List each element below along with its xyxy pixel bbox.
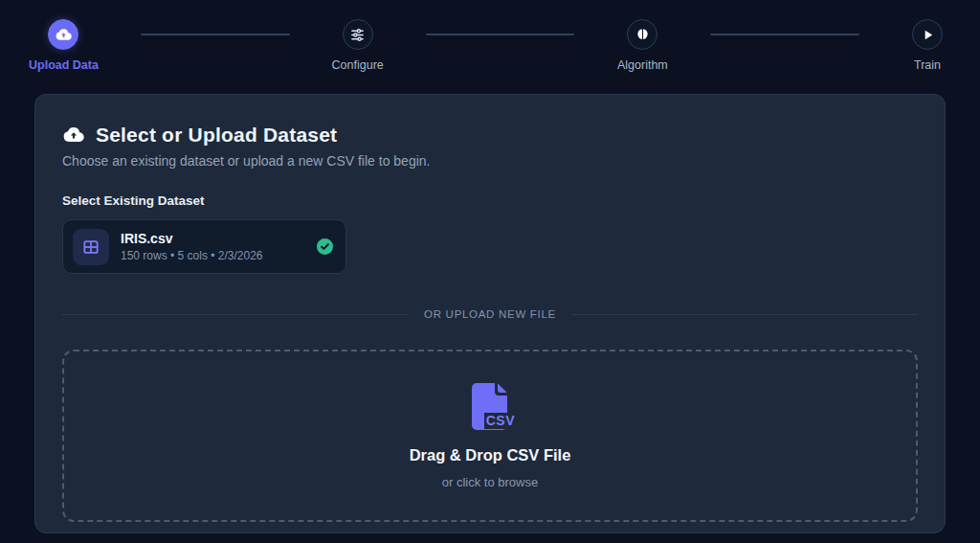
divider-label: OR UPLOAD NEW FILE	[424, 308, 556, 320]
divider-line	[571, 314, 918, 315]
dropzone-browse-hint: or click to browse	[442, 475, 538, 489]
upload-divider: OR UPLOAD NEW FILE	[62, 308, 918, 320]
dataset-item-iris[interactable]: IRIS.csv 150 rows • 5 cols • 2/3/2026	[62, 219, 346, 274]
csv-dropzone[interactable]: CSV Drag & Drop CSV File or click to bro…	[62, 350, 918, 522]
wizard-stepper: Upload Data Configure Algorithm	[0, 0, 980, 75]
step-upload-data[interactable]: Upload Data	[29, 19, 99, 72]
step-configure[interactable]: Configure	[332, 19, 384, 72]
step-train[interactable]: Train	[902, 19, 953, 72]
step-label: Configure	[332, 58, 384, 72]
page-title: Select or Upload Dataset	[96, 124, 337, 147]
cloud-upload-icon	[48, 19, 78, 50]
table-icon	[73, 229, 109, 265]
play-icon	[912, 19, 943, 50]
dataset-meta: 150 rows • 5 cols • 2/3/2026	[121, 249, 263, 262]
stepper-connector	[710, 34, 859, 35]
step-label: Upload Data	[29, 58, 99, 72]
dataset-name: IRIS.csv	[121, 231, 263, 246]
sliders-icon	[343, 19, 373, 50]
csv-file-icon: CSV	[470, 382, 510, 430]
stepper-connector	[141, 34, 290, 35]
csv-badge-label: CSV	[484, 413, 517, 429]
cloud-upload-title-icon	[62, 124, 85, 147]
upload-dataset-panel: Select or Upload Dataset Choose an exist…	[34, 94, 946, 533]
step-algorithm[interactable]: Algorithm	[616, 19, 668, 72]
page-subtitle: Choose an existing dataset or upload a n…	[62, 153, 918, 169]
step-label: Train	[914, 58, 941, 72]
check-circle-icon	[317, 238, 333, 255]
divider-line	[62, 314, 409, 315]
stepper-connector	[426, 34, 575, 35]
dropzone-title: Drag & Drop CSV File	[410, 446, 571, 464]
brain-icon	[627, 19, 657, 50]
existing-dataset-section-label: Select Existing Dataset	[62, 193, 918, 208]
step-label: Algorithm	[617, 58, 668, 72]
